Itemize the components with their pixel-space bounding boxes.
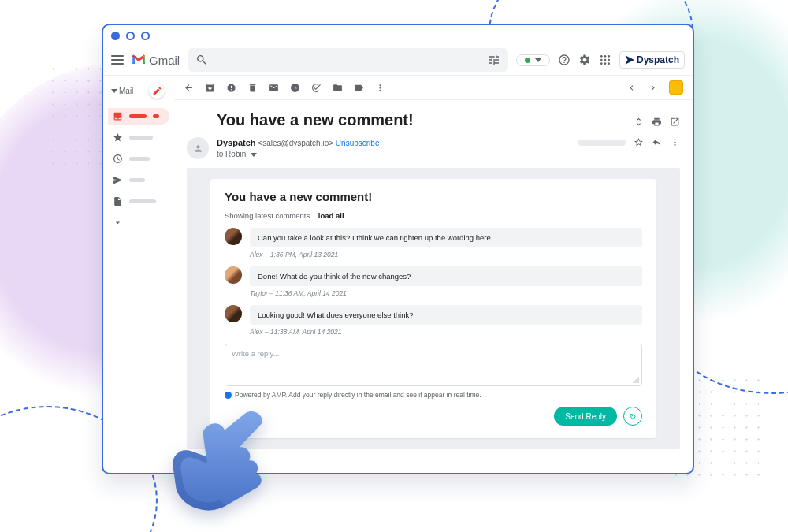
sender-name: Dyspatch — [217, 138, 256, 147]
sidebar-section-mail[interactable]: Mail — [111, 87, 133, 95]
svg-point-3 — [604, 55, 607, 58]
search-input[interactable] — [188, 48, 508, 72]
pointer-hand-illustration — [146, 386, 280, 512]
amp-note: Powered by AMP. Add your reply directly … — [225, 391, 642, 399]
tune-icon[interactable] — [488, 54, 500, 66]
add-task-icon[interactable] — [311, 83, 322, 93]
reply-icon[interactable] — [652, 137, 662, 147]
sidebar-item-starred[interactable] — [108, 129, 169, 146]
refresh-button[interactable]: ↻ — [623, 407, 642, 426]
window-dot-outline — [126, 32, 135, 40]
unsubscribe-link[interactable]: Unsubscribe — [336, 139, 380, 147]
next-icon[interactable] — [648, 83, 658, 93]
svg-point-6 — [604, 59, 607, 61]
sender-row: Dyspatch <sales@dyspatch.io> Unsubscribe… — [187, 137, 680, 160]
compose-button[interactable] — [149, 83, 165, 99]
window-controls — [103, 25, 693, 45]
comment-text: Looking good! What does everyone else th… — [250, 305, 642, 325]
mail-toolbar — [174, 76, 693, 100]
sidebar-item-drafts[interactable] — [108, 193, 169, 210]
help-icon[interactable] — [558, 54, 571, 66]
window-dot-outline — [141, 32, 150, 40]
svg-point-9 — [604, 62, 607, 65]
sidebar-item-more[interactable] — [108, 214, 169, 231]
load-all-link[interactable]: load all — [318, 211, 344, 220]
back-icon[interactable] — [184, 83, 194, 93]
svg-point-10 — [608, 62, 610, 65]
settings-icon[interactable] — [578, 54, 591, 66]
more-vert-icon[interactable] — [670, 137, 680, 147]
sender-email: <sales@dyspatch.io> — [258, 139, 333, 147]
print-icon[interactable] — [652, 117, 662, 127]
comment-meta: Taylor – 11:36 AM, April 14 2021 — [250, 289, 642, 297]
label-icon[interactable] — [354, 83, 364, 93]
prev-icon[interactable] — [626, 83, 637, 93]
comment-item: Can you take a look at this? I think we … — [225, 228, 642, 247]
comment-avatar — [225, 228, 242, 245]
move-icon[interactable] — [333, 83, 343, 93]
status-pill[interactable] — [516, 54, 550, 66]
mail-subject: You have a new comment! — [217, 111, 414, 129]
star-icon[interactable] — [634, 137, 644, 147]
dyspatch-brand-badge[interactable]: Dyspatch — [619, 51, 685, 69]
gmail-m-icon — [132, 54, 146, 65]
dyspatch-brand-text: Dyspatch — [637, 54, 679, 65]
mark-unread-icon[interactable] — [269, 83, 279, 93]
comment-avatar — [225, 305, 242, 322]
comment-meta: Alex – 1:36 PM, April 13 2021 — [250, 251, 642, 259]
widget-title: You have a new comment! — [225, 190, 642, 203]
svg-point-7 — [608, 59, 610, 61]
more-icon[interactable] — [375, 83, 385, 93]
menu-icon[interactable] — [111, 55, 124, 65]
gmail-text: Gmail — [149, 54, 180, 67]
comment-text: Done! What do you think of the new chang… — [250, 266, 642, 286]
gmail-logo[interactable]: Gmail — [132, 54, 180, 67]
svg-point-5 — [600, 59, 603, 61]
dyspatch-logo-icon — [625, 55, 634, 65]
recipient-caret-icon[interactable] — [251, 153, 257, 157]
delete-icon[interactable] — [247, 83, 258, 93]
comment-item: Looking good! What does everyone else th… — [225, 305, 642, 325]
comment-text: Can you take a look at this? I think we … — [250, 228, 642, 247]
comment-item: Done! What do you think of the new chang… — [225, 266, 642, 286]
sidebar-item-inbox[interactable] — [108, 108, 169, 125]
gmail-header: Gmail Dyspatch — [103, 45, 693, 76]
presence-dot-icon — [525, 58, 530, 63]
recipient-line: to Robin — [217, 150, 246, 158]
date-placeholder — [578, 140, 626, 146]
window-dot-filled — [111, 32, 120, 40]
svg-point-8 — [600, 62, 603, 65]
sidebar-item-snoozed[interactable] — [108, 151, 169, 167]
snooze-icon[interactable] — [290, 83, 300, 93]
archive-icon[interactable] — [205, 83, 215, 93]
caret-down-icon — [535, 58, 541, 62]
expand-icon[interactable] — [634, 117, 644, 127]
search-icon — [195, 54, 208, 66]
comment-avatar — [225, 266, 242, 284]
svg-point-4 — [608, 55, 610, 58]
spam-icon[interactable] — [226, 83, 236, 93]
apps-grid-icon[interactable] — [599, 54, 611, 66]
svg-point-2 — [600, 55, 603, 58]
reply-placeholder: Write a reply... — [232, 349, 279, 358]
reply-input[interactable]: Write a reply... — [225, 344, 642, 386]
widget-subtitle: Showing latest comments... load all — [225, 211, 642, 220]
keep-icon[interactable] — [669, 80, 683, 95]
open-new-icon[interactable] — [670, 117, 680, 127]
sender-avatar — [187, 137, 209, 159]
sidebar-item-sent[interactable] — [108, 172, 169, 188]
send-reply-button[interactable]: Send Reply — [554, 407, 617, 426]
comment-meta: Alex – 11:38 AM, April 14 2021 — [250, 328, 642, 336]
